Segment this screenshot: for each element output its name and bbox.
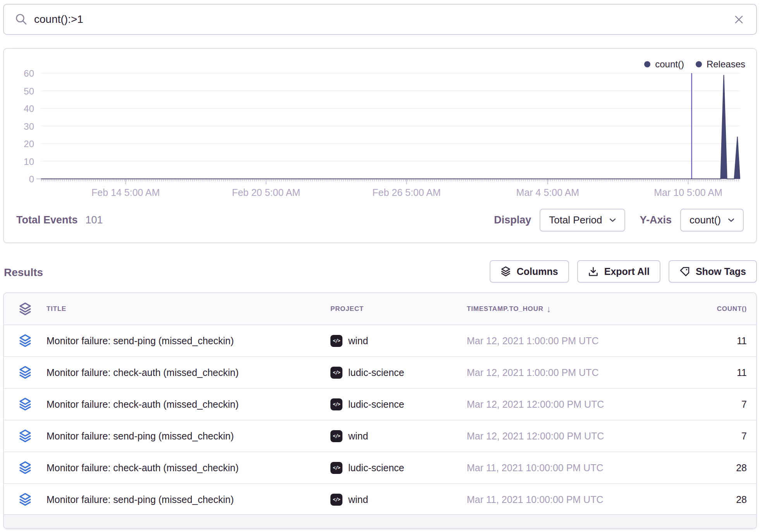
svg-text:10: 10 bbox=[24, 156, 34, 167]
search-bar bbox=[3, 4, 757, 35]
total-events: Total Events 101 bbox=[16, 214, 103, 226]
close-icon[interactable] bbox=[732, 13, 745, 26]
display-dropdown[interactable]: Total Period bbox=[540, 209, 625, 232]
svg-text:Feb 20 5:00 AM: Feb 20 5:00 AM bbox=[232, 187, 301, 198]
events-chart-panel: 0102030405060Feb 14 5:00 AMFeb 20 5:00 A… bbox=[3, 48, 757, 243]
event-count: 7 bbox=[657, 399, 747, 410]
project-name: ludic-science bbox=[348, 367, 404, 378]
event-count: 7 bbox=[657, 431, 747, 442]
discover-results-page: 0102030405060Feb 14 5:00 AMFeb 20 5:00 A… bbox=[0, 0, 760, 532]
count-legend-dot-icon bbox=[644, 61, 650, 67]
legend-item-releases[interactable]: Releases bbox=[696, 59, 745, 70]
layers-icon bbox=[19, 334, 32, 348]
project-cell: wind bbox=[330, 335, 467, 347]
svg-text:40: 40 bbox=[24, 103, 34, 114]
total-events-label: Total Events bbox=[16, 214, 78, 226]
layers-icon bbox=[19, 461, 32, 475]
chevron-down-icon bbox=[609, 218, 616, 222]
table-row[interactable]: Monitor failure: send-ping (missed_check… bbox=[4, 325, 756, 357]
event-title[interactable]: Monitor failure: send-ping (missed_check… bbox=[46, 431, 330, 442]
svg-text:50: 50 bbox=[24, 86, 34, 96]
column-header-timestamp[interactable]: TIMESTAMP.TO_HOUR ↓ bbox=[467, 304, 657, 314]
event-title[interactable]: Monitor failure: check-auth (missed_chec… bbox=[46, 462, 330, 474]
results-actions: Columns Export All Show Tags bbox=[490, 260, 757, 283]
results-table-body: Monitor failure: send-ping (missed_check… bbox=[4, 325, 756, 516]
event-timestamp: Mar 12, 2021 12:00:00 PM UTC bbox=[467, 431, 657, 442]
event-title[interactable]: Monitor failure: check-auth (missed_chec… bbox=[46, 399, 330, 410]
svg-text:Feb 26 5:00 AM: Feb 26 5:00 AM bbox=[372, 187, 441, 198]
show-tags-button[interactable]: Show Tags bbox=[669, 260, 757, 283]
code-platform-icon bbox=[330, 430, 342, 442]
chart-legend: count() Releases bbox=[644, 59, 745, 70]
project-cell: wind bbox=[330, 430, 467, 442]
table-row[interactable]: Monitor failure: check-auth (missed_chec… bbox=[4, 389, 756, 420]
column-header-title[interactable]: TITLE bbox=[46, 305, 330, 313]
svg-text:0: 0 bbox=[29, 174, 34, 184]
event-timestamp: Mar 11, 2021 10:00:00 PM UTC bbox=[467, 494, 657, 505]
chart-controls: Display Total Period Y-Axis count() bbox=[494, 209, 744, 232]
yaxis-dropdown-value: count() bbox=[690, 214, 721, 226]
layers-icon bbox=[19, 493, 32, 506]
layers-icon bbox=[500, 266, 511, 277]
export-all-button[interactable]: Export All bbox=[577, 260, 660, 283]
table-row[interactable]: Monitor failure: send-ping (missed_check… bbox=[4, 484, 756, 516]
legend-label: Releases bbox=[707, 59, 745, 70]
legend-item-count[interactable]: count() bbox=[644, 59, 684, 70]
table-row[interactable]: Monitor failure: check-auth (missed_chec… bbox=[4, 357, 756, 389]
search-icon bbox=[15, 13, 28, 26]
yaxis-label: Y-Axis bbox=[640, 214, 672, 226]
tag-icon bbox=[679, 266, 690, 277]
svg-text:Feb 14 5:00 AM: Feb 14 5:00 AM bbox=[91, 187, 160, 198]
svg-text:Mar 10 5:00 AM: Mar 10 5:00 AM bbox=[654, 187, 722, 198]
columns-button[interactable]: Columns bbox=[490, 260, 569, 283]
display-label: Display bbox=[494, 214, 531, 226]
event-title[interactable]: Monitor failure: send-ping (missed_check… bbox=[46, 494, 330, 505]
svg-text:30: 30 bbox=[24, 121, 34, 132]
project-name: ludic-science bbox=[348, 462, 404, 474]
project-cell: ludic-science bbox=[330, 367, 467, 379]
table-header-row: TITLE PROJECT TIMESTAMP.TO_HOUR ↓ COUNT(… bbox=[4, 293, 756, 325]
code-platform-icon bbox=[330, 367, 342, 379]
event-count: 11 bbox=[657, 335, 747, 347]
code-platform-icon bbox=[330, 462, 342, 474]
event-count: 28 bbox=[657, 462, 747, 474]
layers-icon bbox=[19, 366, 32, 379]
sort-descending-arrow-icon: ↓ bbox=[547, 304, 552, 314]
legend-label: count() bbox=[655, 59, 684, 70]
column-header-project[interactable]: PROJECT bbox=[330, 305, 467, 313]
table-row[interactable]: Monitor failure: send-ping (missed_check… bbox=[4, 420, 756, 452]
event-timestamp: Mar 11, 2021 10:00:00 PM UTC bbox=[467, 462, 657, 474]
event-title[interactable]: Monitor failure: send-ping (missed_check… bbox=[46, 335, 330, 347]
layers-icon bbox=[19, 429, 32, 443]
columns-button-label: Columns bbox=[517, 266, 558, 277]
total-events-value: 101 bbox=[86, 214, 103, 226]
event-timestamp: Mar 12, 2021 1:00:00 PM UTC bbox=[467, 335, 657, 347]
table-footer bbox=[4, 514, 756, 528]
event-title[interactable]: Monitor failure: check-auth (missed_chec… bbox=[46, 367, 330, 378]
project-cell: wind bbox=[330, 494, 467, 506]
display-control: Display Total Period bbox=[494, 209, 625, 232]
layers-icon[interactable] bbox=[19, 302, 32, 316]
chart-footer: Total Events 101 Display Total Period Y-… bbox=[4, 197, 756, 242]
events-chart: 0102030405060Feb 14 5:00 AMFeb 20 5:00 A… bbox=[4, 49, 756, 204]
table-row[interactable]: Monitor failure: check-auth (missed_chec… bbox=[4, 452, 756, 484]
column-header-count[interactable]: COUNT() bbox=[657, 305, 747, 313]
svg-text:60: 60 bbox=[24, 68, 34, 79]
project-cell: ludic-science bbox=[330, 398, 467, 410]
project-name: wind bbox=[348, 494, 368, 505]
project-cell: ludic-science bbox=[330, 462, 467, 474]
project-name: wind bbox=[348, 431, 368, 442]
code-platform-icon bbox=[330, 398, 342, 410]
event-timestamp: Mar 12, 2021 1:00:00 PM UTC bbox=[467, 367, 657, 378]
event-timestamp: Mar 12, 2021 12:00:00 PM UTC bbox=[467, 399, 657, 410]
download-icon bbox=[588, 266, 598, 277]
project-name: ludic-science bbox=[348, 399, 404, 410]
export-all-button-label: Export All bbox=[604, 266, 650, 277]
svg-text:20: 20 bbox=[24, 139, 34, 149]
search-input[interactable] bbox=[34, 13, 726, 26]
yaxis-dropdown[interactable]: count() bbox=[680, 209, 744, 232]
svg-text:Mar 4 5:00 AM: Mar 4 5:00 AM bbox=[516, 187, 579, 198]
results-heading: Results bbox=[4, 266, 43, 279]
yaxis-control: Y-Axis count() bbox=[640, 209, 744, 232]
show-tags-button-label: Show Tags bbox=[696, 266, 746, 277]
